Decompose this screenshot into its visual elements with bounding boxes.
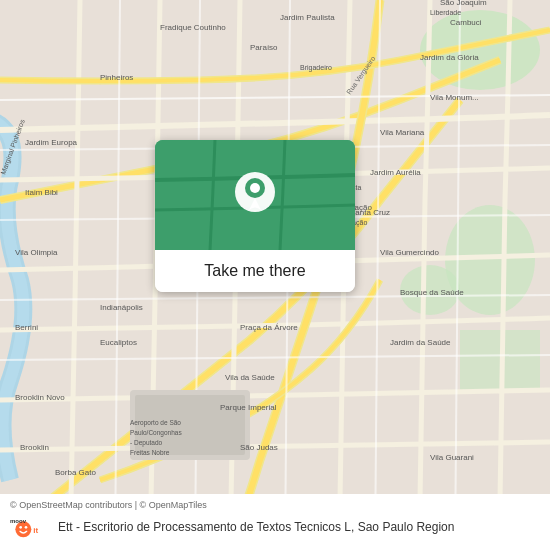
svg-text:Liberdade: Liberdade <box>430 9 461 16</box>
svg-text:Jardim Europa: Jardim Europa <box>25 138 78 147</box>
svg-text:Berrini: Berrini <box>15 323 38 332</box>
location-info: it moov Ett - Escritorio de Processament… <box>10 514 540 542</box>
svg-point-55 <box>25 526 28 529</box>
svg-text:Indianápolis: Indianápolis <box>100 303 143 312</box>
svg-text:Pinheiros: Pinheiros <box>100 73 133 82</box>
svg-point-54 <box>19 526 22 529</box>
svg-text:Bosque da Saúde: Bosque da Saúde <box>400 288 464 297</box>
svg-text:Parque Imperial: Parque Imperial <box>220 403 277 412</box>
svg-text:Brooklin Novo: Brooklin Novo <box>15 393 65 402</box>
svg-text:Praça da Árvore: Praça da Árvore <box>240 323 298 332</box>
location-card: Take me there <box>155 140 355 292</box>
moovit-logo: it moov <box>10 514 50 542</box>
svg-text:Paraíso: Paraíso <box>250 43 278 52</box>
svg-text:Vila Guarani: Vila Guarani <box>430 453 474 462</box>
svg-text:Brooklin: Brooklin <box>20 443 49 452</box>
svg-point-53 <box>15 521 31 537</box>
location-name-text: Ett - Escritorio de Processamento de Tex… <box>58 520 454 536</box>
svg-text:Aeroporto de São: Aeroporto de São <box>130 419 181 427</box>
card-map-area <box>155 140 355 250</box>
svg-point-51 <box>250 183 260 193</box>
svg-text:Jardim da Glória: Jardim da Glória <box>420 53 479 62</box>
map-container: Jardim Europa Itaim Bibi Vila Olimpia Be… <box>0 0 550 550</box>
svg-text:São Judas: São Judas <box>240 443 278 452</box>
svg-text:moov: moov <box>10 518 27 524</box>
attribution-text: © OpenStreetMap contributors | © OpenMap… <box>10 500 540 510</box>
svg-text:Eucaliptos: Eucaliptos <box>100 338 137 347</box>
bottom-bar: © OpenStreetMap contributors | © OpenMap… <box>0 494 550 550</box>
svg-text:Fradique Coutinho: Fradique Coutinho <box>160 23 226 32</box>
svg-text:Paulo/Congonhas: Paulo/Congonhas <box>130 429 182 437</box>
svg-text:Freitas Nobre: Freitas Nobre <box>130 449 170 456</box>
svg-text:- Deputado: - Deputado <box>130 439 163 447</box>
svg-text:São Joaquim: São Joaquim <box>440 0 487 7</box>
svg-text:Cambuci: Cambuci <box>450 18 482 27</box>
svg-text:Vila da Saúde: Vila da Saúde <box>225 373 275 382</box>
svg-text:Vila Monum...: Vila Monum... <box>430 93 479 102</box>
svg-text:Vila Mariana: Vila Mariana <box>380 128 425 137</box>
svg-text:Jardim Paulista: Jardim Paulista <box>280 13 335 22</box>
card-map-svg <box>155 140 355 250</box>
moovit-logo-svg: it moov <box>10 514 50 542</box>
svg-text:Itaim Bibi: Itaim Bibi <box>25 188 58 197</box>
svg-text:Vila Gumercindo: Vila Gumercindo <box>380 248 440 257</box>
take-me-there-button[interactable]: Take me there <box>155 250 355 292</box>
svg-text:Jardim da Saúde: Jardim da Saúde <box>390 338 451 347</box>
svg-text:it: it <box>33 526 38 535</box>
svg-text:Vila Olimpia: Vila Olimpia <box>15 248 58 257</box>
svg-text:Brigadeiro: Brigadeiro <box>300 64 332 72</box>
svg-text:Borba Gato: Borba Gato <box>55 468 96 477</box>
svg-text:Jardim Aurélia: Jardim Aurélia <box>370 168 421 177</box>
